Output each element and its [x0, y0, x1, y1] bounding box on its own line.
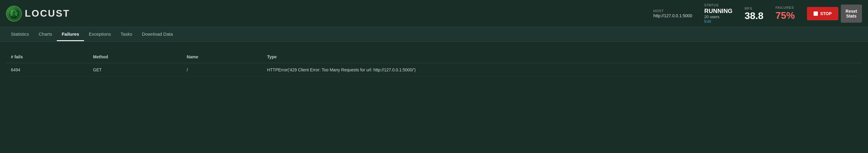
status-label: STATUS — [704, 3, 732, 7]
reset-line1: Reset — [846, 9, 857, 13]
col-name: Name — [182, 51, 262, 63]
nav-item-statistics[interactable]: Statistics — [6, 28, 34, 41]
status-stat: STATUS RUNNING 20 users Edit — [704, 3, 732, 24]
rps-stat: RPS 38.8 — [745, 7, 764, 21]
failures-label: FAILURES — [776, 6, 795, 9]
header: LOCUST HOST http://127.0.0.1:5000 STATUS… — [0, 0, 868, 27]
nav-item-exceptions[interactable]: Exceptions — [84, 28, 116, 41]
host-label: HOST — [653, 9, 692, 13]
edit-link[interactable]: Edit — [704, 19, 732, 24]
reset-line2: Stats — [846, 13, 857, 19]
rps-label: RPS — [745, 7, 764, 10]
table-header-row: # fails Method Name Type — [6, 51, 862, 63]
logo-area: LOCUST — [6, 6, 70, 22]
stop-icon — [814, 11, 818, 16]
reset-stats-button[interactable]: Reset Stats — [841, 4, 862, 23]
logo-text: LOCUST — [25, 8, 70, 19]
content: # fails Method Name Type 6494 GET / HTTP… — [0, 42, 868, 83]
host-stat: HOST http://127.0.0.1:5000 — [653, 9, 692, 18]
nav-item-failures[interactable]: Failures — [57, 28, 84, 41]
nav-item-tasks[interactable]: Tasks — [116, 28, 137, 41]
cell-name: / — [182, 63, 262, 77]
users-value: 20 users — [704, 14, 732, 19]
stop-button[interactable]: STOP — [807, 7, 838, 20]
cell-type: HTTPError('429 Client Error: Too Many Re… — [262, 63, 862, 77]
failures-value: 75% — [776, 10, 795, 21]
cell-method: GET — [88, 63, 182, 77]
stop-button-label: STOP — [820, 11, 832, 16]
locust-logo-icon — [6, 6, 22, 22]
header-stats: HOST http://127.0.0.1:5000 STATUS RUNNIN… — [653, 3, 862, 24]
nav: Statistics Charts Failures Exceptions Ta… — [0, 27, 868, 42]
host-value: http://127.0.0.1:5000 — [653, 13, 692, 18]
failures-table: # fails Method Name Type 6494 GET / HTTP… — [6, 51, 862, 77]
header-buttons: STOP Reset Stats — [807, 4, 862, 23]
nav-item-download-data[interactable]: Download Data — [137, 28, 178, 41]
col-type: Type — [262, 51, 862, 63]
rps-value: 38.8 — [745, 11, 764, 21]
nav-item-charts[interactable]: Charts — [34, 28, 57, 41]
table-row: 6494 GET / HTTPError('429 Client Error: … — [6, 63, 862, 77]
failures-stat: FAILURES 75% — [776, 6, 795, 21]
col-method: Method — [88, 51, 182, 63]
col-fails: # fails — [6, 51, 88, 63]
status-value: RUNNING — [704, 7, 732, 14]
cell-fails: 6494 — [6, 63, 88, 77]
